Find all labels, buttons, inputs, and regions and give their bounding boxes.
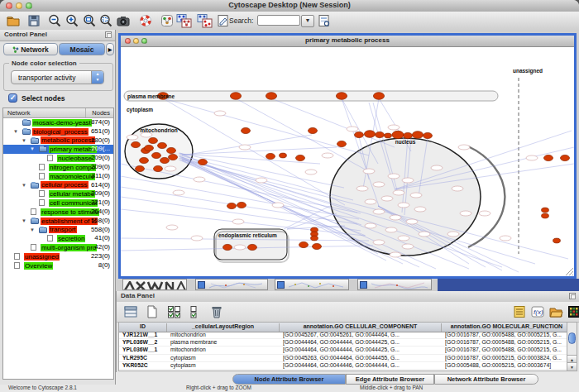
column-header[interactable]: ID	[119, 323, 167, 332]
float-panel-icon[interactable]	[569, 293, 576, 299]
select-attributes-icon[interactable]	[166, 304, 181, 319]
network-node[interactable]	[167, 147, 176, 153]
network-node-label[interactable]	[393, 190, 404, 195]
network-node-label[interactable]	[381, 196, 393, 201]
network-node[interactable]	[248, 244, 257, 250]
network-node-label[interactable]	[390, 252, 401, 257]
network-node[interactable]	[311, 236, 318, 241]
tree-row[interactable]: nitrogen compo209(0)	[3, 163, 113, 172]
network-node-label[interactable]	[356, 186, 368, 191]
network-node-label[interactable]	[460, 211, 471, 216]
network-node-label[interactable]	[166, 225, 178, 230]
network-node-label[interactable]	[347, 127, 358, 131]
window-titlebar[interactable]: Cytoscape Desktop (New Session)	[0, 0, 579, 12]
network-node[interactable]	[373, 93, 384, 100]
scroll-down-arrow[interactable]: ▼	[567, 362, 577, 370]
network-node[interactable]	[299, 241, 309, 247]
search-dropdown-arrow[interactable]: ▼	[301, 15, 314, 27]
tree-row[interactable]: Overview8(0)	[3, 261, 113, 270]
table-row[interactable]: YKR052Ccytoplasm[GO:0044464, GO:0044446,…	[119, 362, 567, 370]
tree-row[interactable]: cellular metabo209(0)	[3, 189, 113, 198]
network-node-label[interactable]	[419, 232, 430, 237]
network-node-label[interactable]	[390, 215, 401, 220]
create-network-from-selection-icon[interactable]	[175, 13, 194, 28]
tree-row[interactable]: secretion41(0)	[3, 234, 113, 243]
network-node-label[interactable]	[373, 209, 385, 214]
network-node[interactable]	[313, 243, 322, 249]
network-node[interactable]	[158, 142, 167, 148]
save-session-icon[interactable]	[26, 13, 41, 28]
network-node[interactable]	[152, 152, 161, 158]
search-input[interactable]	[257, 15, 300, 26]
network-node-label[interactable]	[406, 219, 418, 224]
delete-attribute-icon[interactable]	[209, 304, 224, 319]
column-header[interactable]: _cellularLayoutRegion	[167, 323, 280, 332]
tree-row[interactable]: mosaic-demo-yeast874(0)	[3, 118, 113, 127]
help-lifering-icon[interactable]	[138, 13, 153, 28]
network-node-label[interactable]	[305, 170, 317, 174]
open-session-icon[interactable]	[6, 13, 21, 28]
network-node[interactable]	[385, 133, 392, 138]
tree-row[interactable]: ▼transport558(0)	[3, 226, 113, 235]
tree-row[interactable]: multi-organism pro42(0)	[3, 243, 113, 252]
tab-node-attribute-browser[interactable]: Node Attribute Browser	[232, 374, 346, 385]
network-node[interactable]	[154, 165, 163, 171]
tree-row[interactable]: ▼establishment of lo558(0)	[3, 217, 113, 226]
resize-grip-icon[interactable]	[566, 268, 573, 275]
tree-row[interactable]: unassigned223(0)	[3, 252, 113, 261]
float-panel-icon[interactable]	[105, 31, 112, 38]
network-node-label[interactable]	[398, 203, 409, 208]
network-node[interactable]	[544, 155, 553, 160]
network-node-label[interactable]	[458, 145, 470, 150]
network-node[interactable]	[169, 154, 178, 160]
network-node[interactable]	[242, 127, 251, 133]
network-node[interactable]	[364, 131, 375, 138]
network-node[interactable]	[336, 93, 347, 100]
network-node-label[interactable]	[402, 178, 414, 183]
network-node-label[interactable]	[365, 199, 376, 204]
tab-overflow-arrow[interactable]: ▶	[106, 43, 114, 55]
new-attribute-icon[interactable]	[145, 304, 160, 319]
search-options-icon[interactable]	[317, 13, 332, 28]
tab-edge-attribute-browser[interactable]: Edge Attribute Browser	[346, 374, 434, 385]
disclosure-triangle-icon[interactable]: ▼	[30, 145, 35, 154]
network-node[interactable]	[237, 202, 246, 208]
zoom-out-icon[interactable]	[47, 13, 62, 28]
network-node[interactable]	[337, 141, 347, 146]
table-row[interactable]: YPL036W__1mitochondrion[GO:0044464, GO:0…	[119, 347, 567, 354]
tree-row[interactable]: macromolecule311(0)	[3, 172, 113, 181]
column-header[interactable]: annotation.GO MOLECULAR_FUNCTION	[442, 323, 572, 332]
network-node-label[interactable]	[256, 178, 267, 183]
network-node[interactable]	[266, 93, 276, 100]
tab-mosaic[interactable]: Mosaic	[59, 43, 105, 55]
network-node[interactable]	[199, 159, 208, 165]
network-node[interactable]	[149, 137, 158, 143]
network-node[interactable]	[412, 131, 423, 139]
function-builder-icon[interactable]: f(x)	[530, 304, 545, 319]
unselect-attributes-icon[interactable]	[188, 304, 203, 319]
network-node-label[interactable]	[526, 155, 538, 160]
network-node[interactable]	[309, 127, 318, 133]
network-node[interactable]	[355, 131, 364, 137]
network-node[interactable]	[376, 131, 385, 137]
network-node-label[interactable]	[414, 207, 426, 212]
tree-row[interactable]: ▼metabolic process280(0)	[3, 136, 113, 146]
network-node-label[interactable]	[431, 165, 443, 170]
attribute-list-icon[interactable]	[512, 304, 527, 319]
tree-row[interactable]: nucleobase-209(0)	[3, 154, 113, 163]
tree-row[interactable]: cell communicat221(0)	[3, 198, 113, 208]
tree-row[interactable]: response to stimulu264(0)	[3, 208, 113, 217]
network-node-label[interactable]	[398, 236, 409, 241]
network-node[interactable]	[145, 145, 154, 151]
network-node-label[interactable]	[322, 153, 333, 158]
network-node-label[interactable]	[194, 177, 205, 182]
network-node-label[interactable]	[173, 190, 184, 195]
network-node-label[interactable]	[239, 145, 251, 150]
network-node-label[interactable]	[402, 244, 414, 249]
network-node[interactable]	[266, 153, 275, 159]
network-node-label[interactable]	[127, 135, 138, 140]
network-node[interactable]	[561, 155, 570, 160]
network-node-label[interactable]	[410, 193, 422, 198]
network-node-label[interactable]	[388, 125, 400, 130]
network-node-label[interactable]	[452, 186, 463, 191]
